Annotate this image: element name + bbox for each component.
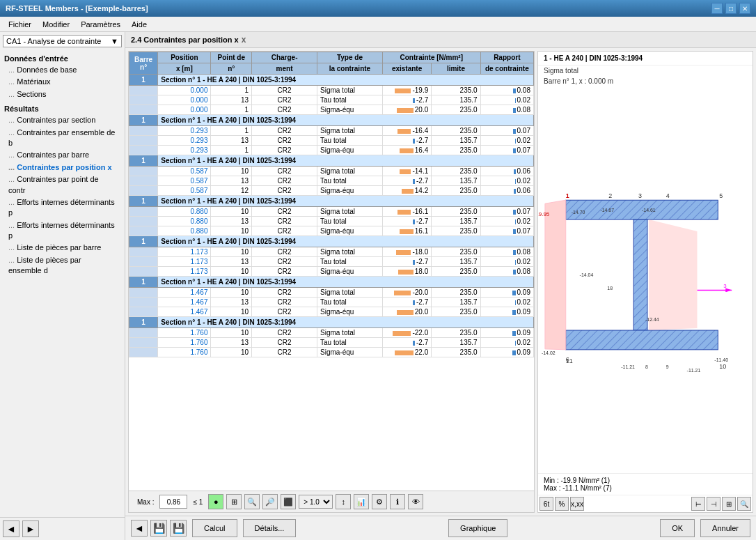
table-row: 0.880 10 CR2 Sigma total -16.1 235.0 0.0… [129, 207, 534, 217]
eye-button[interactable]: 👁 [408, 494, 423, 509]
zoom-out-button[interactable]: 🔎 [262, 494, 278, 509]
nav-item-contraintes-position[interactable]: Contraintes par position x [0, 162, 125, 173]
chart-canvas: -19.95 -14.70 -14.67 -14.61 1 2 3 4 5 -1 [538, 86, 753, 473]
max-value-input[interactable] [159, 495, 187, 509]
close-button[interactable]: ✕ [739, 3, 750, 14]
footer-nav-save2[interactable]: 💾 [170, 520, 187, 537]
window-controls: ─ □ ✕ [711, 3, 750, 14]
filter-dropdown[interactable]: > 1.0 ≥ 0.9 ≥ 0.8 [299, 495, 333, 509]
svg-text:-14.61: -14.61 [642, 208, 656, 213]
charge-cell: CR2 [252, 226, 317, 236]
chart-tool-3[interactable]: x,xx [570, 497, 584, 511]
point-cell: 1 [211, 86, 252, 95]
svg-text:-11.40: -11.40 [714, 357, 728, 362]
table-scroll[interactable]: Barren° Position Point de Charge- Type d… [129, 52, 534, 491]
position-cell: 0.000 [158, 95, 211, 105]
menu-fichier[interactable]: Fichier [3, 19, 37, 30]
analysis-dropdown[interactable]: CA1 - Analyse de contrainte ▼ [3, 35, 122, 47]
charge-cell: CR2 [252, 348, 317, 357]
main-container: CA1 - Analyse de contrainte ▼ Données d'… [0, 32, 756, 540]
limite-cell: 235.0 [432, 348, 480, 357]
svg-marker-8 [545, 200, 566, 350]
barre-cell [129, 348, 158, 357]
point-cell: 13 [211, 298, 252, 307]
svg-text:1: 1 [566, 192, 569, 199]
limite-cell: 235.0 [432, 167, 480, 176]
chart-button[interactable]: 📊 [354, 494, 369, 509]
details-button[interactable]: Détails... [243, 519, 297, 537]
point-cell: 10 [211, 288, 252, 298]
settings-button[interactable]: ⚙ [372, 494, 387, 509]
chart-tool-1[interactable]: 6t [540, 497, 553, 511]
title-bar: RF-STEEL Members - [Exemple-barres] ─ □ … [0, 0, 756, 17]
point-cell: 12 [211, 186, 252, 196]
col-header-c2: n° [211, 63, 252, 75]
position-cell: 0.587 [158, 186, 211, 196]
chart-tool-6[interactable]: ⊞ [722, 497, 736, 511]
tab-close-button[interactable]: x [242, 35, 246, 45]
nav-item-bases[interactable]: Données de base [0, 64, 125, 76]
maximize-button[interactable]: □ [725, 3, 737, 14]
table-view-button[interactable]: ⊞ [226, 494, 242, 509]
nav-item-contraintes-section[interactable]: Contraintes par section [0, 114, 125, 126]
table-header-row: Barren° Position Point de Charge- Type d… [129, 52, 534, 63]
export-button[interactable]: ⬛ [281, 494, 296, 509]
rapport-cell: 0.02 [480, 217, 533, 226]
menu-aide[interactable]: Aide [126, 19, 152, 30]
right-area: 2.4 Contraintes par position x x Barren°… [125, 32, 756, 540]
footer-nav-save1[interactable]: 💾 [150, 520, 167, 537]
annuler-button[interactable]: Annuler [700, 519, 750, 537]
type-cell: Sigma total [317, 288, 383, 298]
nav-item-liste-pieces-barre[interactable]: Liste de pièces par barre [0, 242, 125, 254]
graphique-button[interactable]: Graphique [448, 519, 507, 537]
barre-cell [129, 86, 158, 95]
point-cell: 10 [211, 167, 252, 176]
rapport-cell: 0.07 [480, 207, 533, 217]
position-cell: 0.880 [158, 226, 211, 236]
nav-item-efforts-internes-2[interactable]: Efforts internes déterminants p [0, 219, 125, 242]
zoom-button[interactable]: 🔍 [244, 494, 260, 509]
menu-bar: Fichier Modifier Paramètres Aide [0, 17, 756, 32]
charge-cell: CR2 [252, 146, 317, 155]
nav-prev-button[interactable]: ◄ [3, 520, 19, 537]
col-header-g2: de contrainte [480, 63, 533, 75]
nav-item-liste-pieces-ensemble[interactable]: Liste de pièces par ensemble d [0, 254, 125, 277]
footer-nav-prev[interactable]: ◄ [131, 520, 148, 537]
barre-cell [129, 105, 158, 115]
chart-tool-5[interactable]: ⊣ [707, 497, 720, 511]
filter-green-button[interactable]: ● [208, 494, 223, 509]
chart-tool-7[interactable]: 🔍 [737, 497, 751, 511]
calcul-button[interactable]: Calcul [192, 519, 237, 537]
nav-item-contraintes-point[interactable]: Contraintes par point de contr [0, 173, 125, 196]
info-button[interactable]: ℹ [390, 494, 405, 509]
menu-parametres[interactable]: Paramètres [75, 19, 126, 30]
rapport-cell: 0.02 [480, 338, 533, 348]
position-cell: 1.760 [158, 348, 211, 357]
existante-cell: 22.0 [382, 348, 431, 357]
ok-button[interactable]: OK [660, 519, 695, 537]
menu-modifier[interactable]: Modifier [37, 19, 75, 30]
window-title: RF-STEEL Members - [Exemple-barres] [6, 4, 148, 13]
position-cell: 1.760 [158, 338, 211, 348]
position-cell: 0.293 [158, 126, 211, 136]
chart-tool-2[interactable]: % [555, 497, 569, 511]
limite-cell: 135.7 [432, 257, 480, 267]
nav-next-button[interactable]: ► [22, 520, 39, 537]
nav-item-efforts-internes-1[interactable]: Efforts internes déterminants p [0, 196, 125, 219]
nav-item-contraintes-ensemble[interactable]: Contraintes par ensemble de b [0, 127, 125, 150]
barre-cell [129, 267, 158, 277]
existante-cell: -2.7 [382, 136, 431, 146]
footer-nav-buttons: ◄ 💾 💾 [131, 520, 187, 537]
chart-tool-4[interactable]: ⊢ [691, 497, 705, 511]
nav-item-sections[interactable]: Sections [0, 88, 125, 100]
sort-button[interactable]: ↕ [336, 494, 351, 509]
nav-item-materiaux[interactable]: Matériaux [0, 76, 125, 88]
le-label: ≤ 1 [190, 498, 205, 506]
section-row: 1 Section n° 1 - HE A 240 | DIN 1025-3:1… [129, 75, 534, 86]
col-header-b2: x [m] [158, 63, 211, 75]
rapport-cell: 0.09 [480, 288, 533, 298]
existante-cell: -14.1 [382, 167, 431, 176]
existante-cell: -22.0 [382, 328, 431, 338]
nav-item-contraintes-barre[interactable]: Contraintes par barre [0, 149, 125, 161]
minimize-button[interactable]: ─ [711, 3, 723, 14]
